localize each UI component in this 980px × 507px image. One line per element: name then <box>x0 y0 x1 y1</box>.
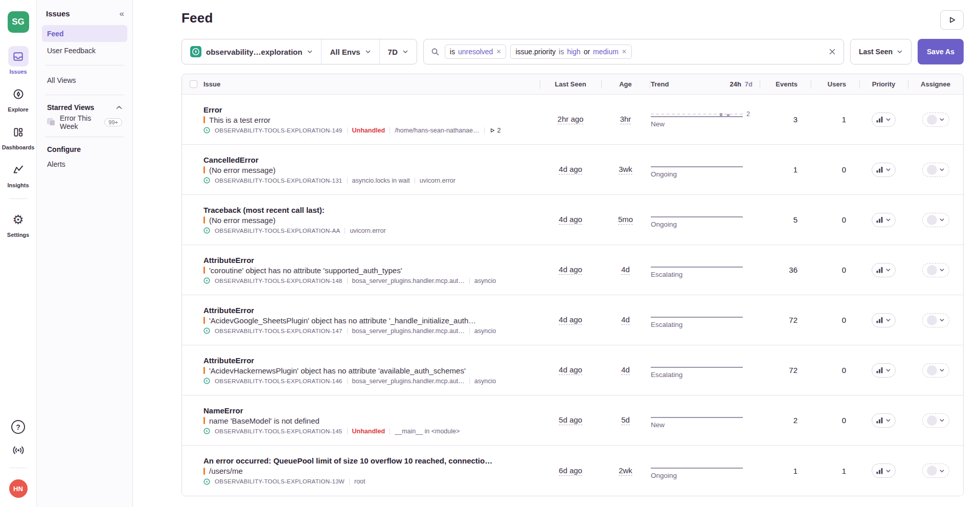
date-range-selector[interactable]: 7D <box>379 39 417 64</box>
last-seen-value[interactable]: 6d ago <box>559 466 582 476</box>
chevron-up-icon[interactable] <box>116 105 122 109</box>
collapse-sidebar-icon[interactable]: « <box>120 9 124 18</box>
priority-select[interactable] <box>872 113 896 127</box>
column-events[interactable]: Events <box>760 74 811 94</box>
priority-select[interactable] <box>872 464 896 478</box>
sidebar-item-feed[interactable]: Feed <box>42 25 127 42</box>
trend-range-toggle[interactable]: 24h7d <box>730 80 753 88</box>
sidebar-item-all-views[interactable]: All Views <box>42 72 127 89</box>
issue-tag[interactable]: asyncio <box>474 378 496 385</box>
last-seen-value[interactable]: 4d ago <box>559 315 582 325</box>
replay-tour-button[interactable] <box>940 10 964 30</box>
table-row[interactable]: Error This is a test error OBSERVABILITY… <box>182 95 963 145</box>
priority-select[interactable] <box>872 213 896 227</box>
issue-short-id[interactable]: OBSERVABILITY-TOOLS-EXPLORATION-147 <box>215 328 343 334</box>
issue-short-id[interactable]: OBSERVABILITY-TOOLS-EXPLORATION-148 <box>215 278 343 284</box>
age-value[interactable]: 4d <box>621 265 630 275</box>
issue-short-id[interactable]: OBSERVABILITY-TOOLS-EXPLORATION-146 <box>215 378 343 384</box>
last-seen-value[interactable]: 4d ago <box>559 365 582 375</box>
sidebar-item-user-feedback[interactable]: User Feedback <box>42 42 127 59</box>
issue-tag[interactable]: bosa_server_plugins.handler.mcp.aut… <box>352 327 465 335</box>
search-filter-chip[interactable]: issue.priorityishighormedium ✕ <box>510 45 632 59</box>
table-row[interactable]: AttributeError 'coroutine' object has no… <box>182 245 963 295</box>
issue-short-id[interactable]: OBSERVABILITY-TOOLS-EXPLORATION-AA <box>215 228 340 234</box>
rail-item-explore[interactable]: Explore <box>1 84 36 113</box>
age-value[interactable]: 4d <box>621 315 630 325</box>
rail-item-insights[interactable]: Insights <box>1 160 36 188</box>
issue-tag[interactable]: bosa_server_plugins.handler.mcp.aut… <box>352 277 465 284</box>
issue-tag[interactable]: asyncio <box>474 277 496 284</box>
trend-24h-option[interactable]: 24h <box>730 80 741 88</box>
issue-tag[interactable]: uvicorn.error <box>350 227 385 234</box>
assignee-select[interactable] <box>922 213 949 227</box>
user-avatar[interactable]: HN <box>9 479 28 498</box>
issue-title[interactable]: NameError <box>203 406 243 415</box>
age-value[interactable]: 3wk <box>619 165 632 174</box>
issue-tag[interactable]: Unhandled <box>352 428 385 435</box>
issue-tag[interactable]: /home/hans-sean-nathanae… <box>395 127 479 134</box>
broadcast-icon[interactable] <box>12 444 25 456</box>
sidebar-item-error-this-week[interactable]: Error This Week 99+ <box>42 114 127 130</box>
table-row[interactable]: NameError name 'BaseModel' is not define… <box>182 395 963 446</box>
sort-by-button[interactable]: Last Seen <box>850 39 911 64</box>
last-seen-value[interactable]: 2hr ago <box>558 115 584 124</box>
issue-tag[interactable]: root <box>354 478 366 485</box>
help-icon[interactable]: ? <box>11 420 25 434</box>
table-row[interactable]: AttributeError 'AcidevGoogle_SheetsPlugi… <box>182 295 963 345</box>
search-filter-chip[interactable]: isunresolved ✕ <box>445 45 507 59</box>
trend-7d-option[interactable]: 7d <box>745 80 753 88</box>
last-seen-value[interactable]: 5d ago <box>559 415 582 425</box>
priority-select[interactable] <box>872 413 896 428</box>
rail-item-settings[interactable]: ⚙ Settings <box>1 209 36 238</box>
issue-tag[interactable]: Unhandled <box>352 127 385 134</box>
issue-tag[interactable]: asyncio <box>474 327 496 335</box>
save-as-button[interactable]: Save As <box>918 39 964 64</box>
issue-title[interactable]: AttributeError <box>203 356 254 365</box>
issue-tag[interactable]: asyncio.locks in wait <box>352 177 410 184</box>
table-row[interactable]: AttributeError 'AcidevHackernewsPlugin' … <box>182 345 963 395</box>
issue-title[interactable]: Error <box>203 105 222 114</box>
assignee-select[interactable] <box>922 464 949 478</box>
issue-short-id[interactable]: OBSERVABILITY-TOOLS-EXPLORATION-13W <box>215 478 345 484</box>
project-selector[interactable]: observability…exploration <box>182 39 321 64</box>
column-age[interactable]: Age <box>601 74 650 94</box>
starred-views-section[interactable]: Starred Views <box>42 101 127 114</box>
issue-short-id[interactable]: OBSERVABILITY-TOOLS-EXPLORATION-131 <box>215 178 343 184</box>
clear-search-icon[interactable] <box>828 48 836 56</box>
priority-select[interactable] <box>872 163 896 177</box>
environment-selector[interactable]: All Envs <box>321 39 379 64</box>
org-avatar[interactable]: SG <box>8 11 29 33</box>
remove-chip-icon[interactable]: ✕ <box>496 48 501 55</box>
priority-select[interactable] <box>872 363 896 378</box>
column-priority[interactable]: Priority <box>859 74 908 94</box>
age-value[interactable]: 5mo <box>618 215 633 225</box>
select-all-checkbox[interactable] <box>190 80 197 88</box>
assignee-select[interactable] <box>922 413 949 428</box>
last-seen-value[interactable]: 4d ago <box>559 215 582 225</box>
age-value[interactable]: 4d <box>621 365 630 375</box>
issue-tag[interactable]: uvicorn.error <box>420 177 455 184</box>
rail-item-issues[interactable]: Issues <box>1 46 36 75</box>
assignee-select[interactable] <box>922 263 949 277</box>
issue-title[interactable]: AttributeError <box>203 256 254 264</box>
issue-tag[interactable]: __main__ in <module> <box>395 428 460 435</box>
age-value[interactable]: 3hr <box>620 115 631 124</box>
remove-chip-icon[interactable]: ✕ <box>622 48 627 55</box>
column-assignee[interactable]: Assignee <box>908 74 963 94</box>
table-row[interactable]: CancelledError (No error message) OBSERV… <box>182 145 963 195</box>
issue-title[interactable]: AttributeError <box>203 306 254 315</box>
priority-select[interactable] <box>872 263 896 277</box>
assignee-select[interactable] <box>922 363 949 378</box>
priority-select[interactable] <box>872 313 896 327</box>
assignee-select[interactable] <box>922 113 949 127</box>
table-row[interactable]: An error occurred: QueuePool limit of si… <box>182 446 963 496</box>
issue-title[interactable]: An error occurred: QueuePool limit of si… <box>203 456 492 465</box>
table-row[interactable]: Traceback (most recent call last): (No e… <box>182 195 963 245</box>
age-value[interactable]: 5d <box>621 415 630 425</box>
issue-short-id[interactable]: OBSERVABILITY-TOOLS-EXPLORATION-145 <box>215 428 343 434</box>
column-issue[interactable]: Issue <box>203 74 540 94</box>
replay-count[interactable]: 2 <box>489 127 501 134</box>
sidebar-item-alerts[interactable]: Alerts <box>42 156 127 172</box>
column-users[interactable]: Users <box>811 74 859 94</box>
issue-tag[interactable]: bosa_server_plugins.handler.mcp.aut… <box>352 378 465 385</box>
